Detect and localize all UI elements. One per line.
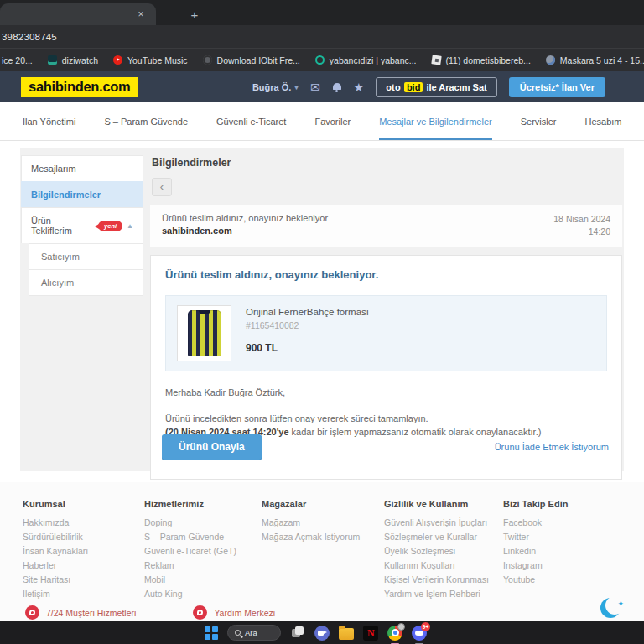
notification-detail-card: Ürünü teslim aldınız, onayınız bekleniyo… <box>150 255 622 480</box>
footer-link[interactable]: Mağaza Açmak İstiyorum <box>262 530 384 544</box>
yabancidizi-icon <box>315 55 325 65</box>
netflix-icon[interactable] <box>363 626 378 641</box>
product-price: 900 TL <box>246 342 369 354</box>
bookmarks-bar: ice 20... diziwatch YouTube Music Downlo… <box>0 48 644 71</box>
taskbar-search[interactable]: Ara <box>227 625 281 641</box>
footer-link[interactable]: Youtube <box>503 573 568 587</box>
bid-badge: bid <box>404 82 423 92</box>
bookmark-item[interactable]: YouTube Music <box>113 55 188 65</box>
footer-link[interactable]: Kişisel Verilerin Korunması <box>384 573 503 587</box>
footer-link[interactable]: Hakkımızda <box>23 516 144 530</box>
chrome-profile-badge <box>397 623 405 631</box>
footer-link[interactable]: Instagram <box>503 558 568 573</box>
site-header: sahibinden.com Buğra Ö.▾ ✉ ★ otobid ile … <box>0 71 644 102</box>
browser-tab[interactable]: × <box>0 3 156 25</box>
bookmark-item[interactable]: Maskara 5 uzi 4 - 15... <box>546 55 644 65</box>
sidebar-subgroup: Satıcıyım Alıcıyım <box>29 243 143 296</box>
back-button[interactable]: ‹ <box>152 178 172 196</box>
site-nav: İlan Yönetimi S – Param Güvende Güvenli … <box>0 102 644 141</box>
footer-link[interactable]: Haberler <box>23 558 144 573</box>
nav-param-guvende[interactable]: S – Param Güvende <box>104 102 188 140</box>
nav-ilan-yonetimi[interactable]: İlan Yönetimi <box>23 102 75 140</box>
nav-servisler[interactable]: Servisler <box>521 102 557 140</box>
nav-guvenli-eticaret[interactable]: Güvenli e-Ticaret <box>216 102 286 140</box>
tab-close-icon[interactable]: × <box>134 8 148 21</box>
footer-link[interactable]: İnsan Kaynakları <box>23 544 144 558</box>
footer-column-hizmetlerimiz: Hizmetlerimiz DopingS – Param GüvendeGüv… <box>144 499 262 601</box>
task-view-icon[interactable] <box>290 626 305 641</box>
bookmark-item[interactable]: Download IObit Fre... <box>203 55 300 65</box>
notification-row[interactable]: Ürünü teslim aldınız, onayınız bekleniyo… <box>150 205 622 247</box>
favorites-star-icon[interactable]: ★ <box>354 81 365 93</box>
content-area: Mesajlarım Bilgilendirmeler Ürün Teklifl… <box>20 148 624 471</box>
notifications-bell-icon[interactable] <box>332 82 342 92</box>
bookmark-item[interactable]: yabancıdizi | yabanc... <box>315 55 417 65</box>
notification-source: sahibinden.com <box>162 226 328 236</box>
product-id: #1165410082 <box>246 320 369 330</box>
start-button[interactable] <box>205 626 218 640</box>
footer-link[interactable]: Sürdürülebilirlik <box>23 530 144 544</box>
footer-column-magazalar: Mağazalar MağazamMağaza Açmak İstiyorum <box>262 499 384 601</box>
sidebar-item-bilgilendirmeler[interactable]: Bilgilendirmeler <box>21 181 143 207</box>
help-icon <box>193 605 207 620</box>
new-tab-button[interactable]: + <box>186 7 203 23</box>
footer-link[interactable]: Sözleşmeler ve Kurallar <box>384 530 503 544</box>
crescent-star-icon: ✦ <box>600 598 622 620</box>
footer-column-kurumsal: Kurumsal HakkımızdaSürdürülebilirlikİnsa… <box>23 499 144 601</box>
otobid-sell-car-button[interactable]: otobid ile Aracını Sat <box>376 77 497 97</box>
sidebar-item-mesajlarim[interactable]: Mesajlarım <box>21 155 143 181</box>
footer-column-gizlilik: Gizlilik ve Kullanım Güvenli Alışverişin… <box>384 499 503 601</box>
help-center-link[interactable]: Yardım Merkezi <box>193 605 275 620</box>
footer-link[interactable]: Linkedin <box>503 544 568 558</box>
footer-link[interactable]: Reklam <box>144 558 262 573</box>
detail-heading: Ürünü teslim aldınız, onayınız bekleniyo… <box>165 268 607 281</box>
user-menu[interactable]: Buğra Ö.▾ <box>252 82 299 92</box>
headset-icon <box>25 605 39 620</box>
footer-link[interactable]: İletişim <box>23 587 144 601</box>
roblox-icon <box>431 55 441 65</box>
notification-title: Ürünü teslim aldınız, onayınız bekleniyo… <box>162 213 328 223</box>
footer-link[interactable]: Yardım ve İşlem Rehberi <box>384 587 503 601</box>
bookmark-item[interactable]: (11) dometisbibereb... <box>432 55 531 65</box>
footer-link[interactable]: Güvenli e-Ticaret (GeT) <box>144 544 262 558</box>
bookmark-item[interactable]: ice 20... <box>2 55 33 65</box>
sidebar-item-urun-tekliflerim[interactable]: Ürün Tekliflerim yeni ▲ <box>21 207 143 243</box>
file-explorer-icon[interactable] <box>339 628 354 640</box>
sidebar-item-aliciyim[interactable]: Alıcıyım <box>29 269 143 296</box>
nav-favoriler[interactable]: Favoriler <box>314 102 351 140</box>
footer-link[interactable]: Twitter <box>503 530 568 544</box>
browser-address-bar[interactable]: 3982308745 <box>0 25 644 48</box>
approve-product-button[interactable]: Ürünü Onayla <box>162 434 262 460</box>
main-panel: Bilgilendirmeler ‹ Ürünü teslim aldınız,… <box>150 155 623 471</box>
jersey-image <box>188 310 221 356</box>
support-links: 7/24 Müşteri Hizmetleri Yardım Merkezi <box>25 605 275 620</box>
page-title: Bilgilendirmeler <box>150 155 622 169</box>
customer-service-link[interactable]: 7/24 Müşteri Hizmetleri <box>25 605 136 620</box>
bookmark-item[interactable]: diziwatch <box>48 55 98 65</box>
meet-icon[interactable] <box>314 626 330 641</box>
sidebar: Mesajlarım Bilgilendirmeler Ürün Teklifl… <box>21 155 143 471</box>
sahibinden-logo[interactable]: sahibinden.com <box>21 77 138 97</box>
footer-link[interactable]: Facebook <box>503 516 568 530</box>
notification-timestamp: 18 Nisan 2024 14:20 <box>553 213 610 238</box>
footer-link[interactable]: Mobil <box>144 573 262 587</box>
footer-link[interactable]: Doping <box>144 516 262 530</box>
greeting-text: Merhaba Kadir Buğra Öztürk, <box>165 387 607 397</box>
nav-hesabim[interactable]: Hesabım <box>585 102 622 140</box>
product-summary[interactable]: Orijinal FernerBahçe forması #1165410082… <box>165 295 607 371</box>
footer-link[interactable]: Auto King <box>144 587 262 601</box>
footer-link[interactable]: Kullanım Koşulları <box>384 558 503 573</box>
footer-link[interactable]: Site Haritası <box>23 573 144 587</box>
screen: × + 3982308745 ice 20... diziwatch YouTu… <box>0 0 644 644</box>
nav-mesajlar-ve-bilgilendirmeler[interactable]: Mesajlar ve Bilgilendirmeler <box>379 102 492 140</box>
return-product-link[interactable]: Ürünü İade Etmek İstiyorum <box>495 442 609 452</box>
discord-icon[interactable]: 9+ <box>412 626 427 641</box>
post-ad-button[interactable]: Ücretsiz* İlan Ver <box>509 77 605 97</box>
messages-icon[interactable]: ✉ <box>310 81 320 93</box>
chrome-icon[interactable] <box>387 626 402 641</box>
footer-link[interactable]: Üyelik Sözleşmesi <box>384 544 503 558</box>
footer-link[interactable]: Güvenli Alışverişin İpuçları <box>384 516 503 530</box>
footer-link[interactable]: S – Param Güvende <box>144 530 262 544</box>
sidebar-item-saticiyim[interactable]: Satıcıyım <box>29 243 143 269</box>
footer-link[interactable]: Mağazam <box>262 516 384 530</box>
